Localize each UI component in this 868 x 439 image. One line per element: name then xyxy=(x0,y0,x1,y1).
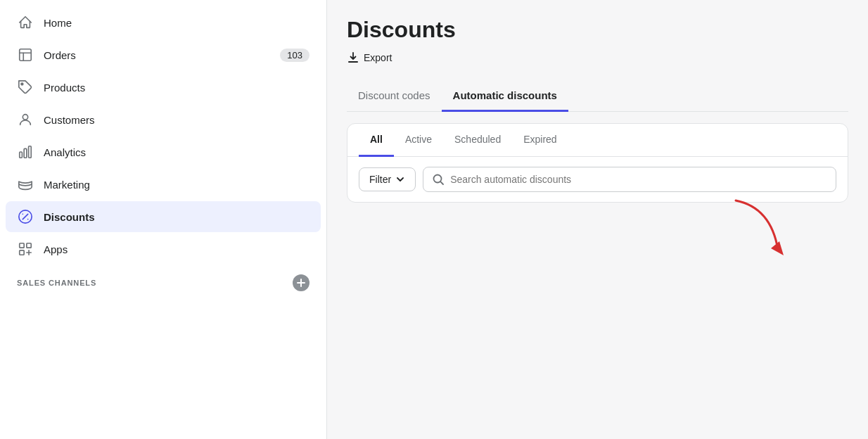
svg-rect-4 xyxy=(24,148,27,158)
sales-channels-label: SALES CHANNELS xyxy=(17,279,96,287)
sidebar-item-label: Home xyxy=(44,17,309,29)
tab-primary-automatic-discounts[interactable]: Automatic discounts xyxy=(442,81,568,112)
discounts-card: AllActiveScheduledExpired Filter xyxy=(347,123,848,203)
svg-rect-13 xyxy=(348,61,358,63)
sales-channels-section: SALES CHANNELS xyxy=(0,266,326,294)
svg-rect-10 xyxy=(20,250,24,255)
filter-label: Filter xyxy=(369,174,391,185)
search-wrapper xyxy=(423,167,836,192)
tab-secondary-scheduled[interactable]: Scheduled xyxy=(443,124,512,157)
home-icon xyxy=(17,14,34,31)
svg-rect-3 xyxy=(20,152,23,158)
sidebar-item-discounts[interactable]: Discounts xyxy=(6,201,321,232)
search-icon xyxy=(432,173,445,186)
customers-icon xyxy=(17,111,34,128)
sidebar-item-home[interactable]: Home xyxy=(6,7,321,38)
secondary-tabs: AllActiveScheduledExpired xyxy=(347,124,848,157)
export-label: Export xyxy=(364,52,392,63)
sidebar-item-label: Customers xyxy=(44,114,309,126)
analytics-icon xyxy=(17,144,34,160)
sidebar-item-label: Products xyxy=(44,82,309,94)
tab-secondary-all[interactable]: All xyxy=(359,124,394,157)
content-area: Discount codesAutomatic discounts AllAct… xyxy=(347,81,848,203)
sidebar-item-marketing[interactable]: Marketing xyxy=(6,169,321,200)
page-title: Discounts xyxy=(347,17,848,43)
sidebar-item-apps[interactable]: Apps xyxy=(6,234,321,265)
filter-row: Filter xyxy=(347,157,848,202)
export-button[interactable]: Export xyxy=(347,51,392,64)
tab-primary-discount-codes[interactable]: Discount codes xyxy=(347,81,442,112)
svg-rect-9 xyxy=(27,243,31,248)
tab-secondary-expired[interactable]: Expired xyxy=(512,124,568,157)
products-icon xyxy=(17,79,34,96)
orders-badge: 103 xyxy=(280,49,309,62)
sidebar: Home Orders 103 Products Customers Analy… xyxy=(0,0,327,439)
main-content: Discounts Export Discount codesAutomatic… xyxy=(327,0,868,439)
add-channel-button[interactable] xyxy=(293,274,309,291)
svg-line-16 xyxy=(440,182,443,184)
marketing-icon xyxy=(17,176,34,193)
search-input[interactable] xyxy=(450,174,827,185)
plus-icon xyxy=(296,278,306,288)
sidebar-item-analytics[interactable]: Analytics xyxy=(6,136,321,167)
sidebar-item-label: Discounts xyxy=(44,211,309,223)
export-icon xyxy=(347,51,359,64)
primary-tabs: Discount codesAutomatic discounts xyxy=(347,81,848,112)
svg-point-1 xyxy=(21,83,23,85)
svg-marker-14 xyxy=(771,241,784,255)
sidebar-item-label: Orders xyxy=(44,49,280,61)
svg-rect-8 xyxy=(20,243,24,248)
svg-rect-5 xyxy=(29,146,32,158)
discounts-icon xyxy=(17,208,34,225)
orders-icon xyxy=(17,46,34,63)
tab-secondary-active[interactable]: Active xyxy=(394,124,443,157)
sidebar-item-products[interactable]: Products xyxy=(6,72,321,103)
sidebar-item-label: Marketing xyxy=(44,179,309,191)
sidebar-item-label: Apps xyxy=(44,243,309,255)
apps-icon xyxy=(17,241,34,257)
chevron-down-icon xyxy=(395,174,405,184)
svg-line-7 xyxy=(23,214,27,219)
filter-button[interactable]: Filter xyxy=(359,167,416,191)
svg-rect-0 xyxy=(20,49,32,61)
sidebar-item-label: Analytics xyxy=(44,146,309,158)
arrow-annotation xyxy=(729,193,792,267)
sidebar-item-orders[interactable]: Orders 103 xyxy=(6,39,321,70)
sidebar-item-customers[interactable]: Customers xyxy=(6,104,321,135)
svg-point-2 xyxy=(23,115,27,120)
